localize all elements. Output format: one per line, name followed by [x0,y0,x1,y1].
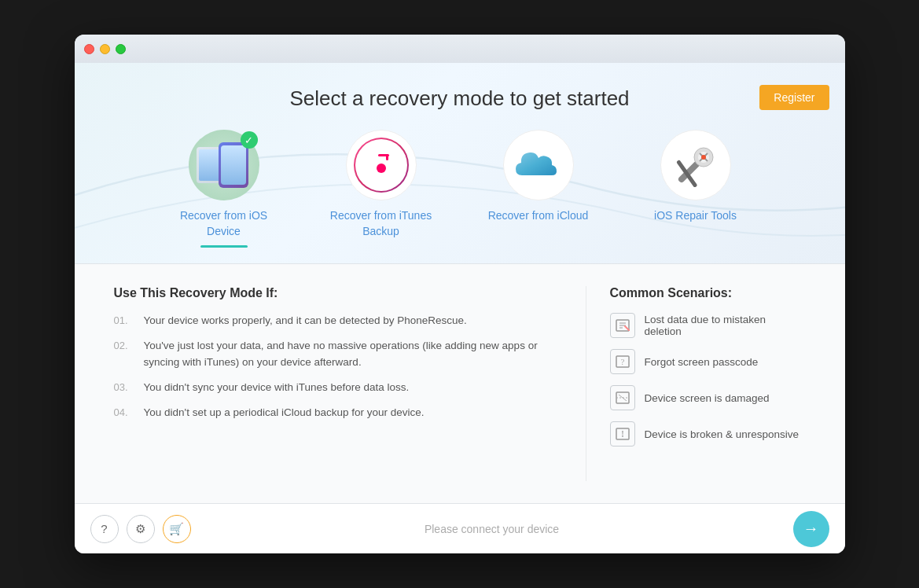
itunes-icon-wrapper [346,130,417,200]
list-item: 02. You've just lost your data, and have… [114,338,554,370]
list-text-1: Your device works properly, and it can b… [144,313,467,329]
settings-icon: ⚙ [135,522,145,536]
help-button[interactable]: ? [90,515,119,543]
svg-text:?: ? [620,357,624,366]
scenarios-title: Common Scenarios: [610,286,806,300]
tools-icon-wrapper [660,130,731,200]
icloud-icon-wrapper [503,130,574,200]
icloud-icon [513,145,564,185]
mode-ios-device[interactable]: ✓ Recover from iOS Device [169,130,279,248]
list-num-3: 03. [114,380,136,395]
tools-icon [670,140,721,191]
close-button[interactable] [84,44,94,54]
phone-shape [219,142,248,188]
cart-button[interactable]: 🛒 [163,515,191,543]
footer-status: Please connect your device [191,523,793,535]
scenario-text-2: Forgot screen passcode [645,356,759,368]
next-button[interactable]: → [793,511,829,547]
ios-device-label: Recover from iOS Device [169,208,279,239]
list-text-4: You didn't set up a periodical iCloud ba… [144,405,425,421]
list-item: 01. Your device works properly, and it c… [114,313,554,329]
scenario-text-3: Device screen is damaged [645,392,770,404]
svg-point-0 [377,164,386,173]
svg-text:!: ! [621,428,624,439]
footer: ? ⚙ 🛒 Please connect your device → [75,503,845,553]
scenario-item-3: Device screen is damaged [610,385,806,410]
page-title: Select a recovery mode to get started [90,86,829,111]
icloud-label: Recover from iCloud [488,208,589,224]
right-panel: Common Scenarios: Lost data due to mista… [586,286,806,481]
use-if-list: 01. Your device works properly, and it c… [114,313,554,421]
list-item: 03. You didn't sync your device with iTu… [114,380,554,395]
settings-button[interactable]: ⚙ [127,515,155,543]
modes-row: ✓ Recover from iOS Device Recover [90,130,829,248]
footer-icons: ? ⚙ 🛒 [90,515,191,543]
selected-check-icon: ✓ [241,131,258,149]
minimize-button[interactable] [100,44,110,54]
register-button[interactable]: Register [759,85,829,110]
list-num-1: 01. [114,313,136,329]
scenario-icon-4: ! [610,421,635,447]
left-panel: Use This Recovery Mode If: 01. Your devi… [114,286,554,481]
scenario-icon-3 [610,385,635,410]
use-if-title: Use This Recovery Mode If: [114,286,554,300]
scenario-icon-2: ? [610,349,635,374]
ios-repair-label: iOS Repair Tools [654,208,737,224]
ios-device-icon-wrapper: ✓ [189,130,259,200]
scenario-item-1: Lost data due to mistaken deletion [610,313,806,338]
list-text-2: You've just lost your data, and have no … [144,338,554,370]
active-indicator [200,245,248,248]
help-icon: ? [101,522,107,535]
list-num-2: 02. [114,338,136,370]
maximize-button[interactable] [116,44,126,54]
scenario-item-4: ! Device is broken & unresponsive [610,421,806,447]
mode-ios-repair[interactable]: iOS Repair Tools [641,130,751,248]
mode-icloud[interactable]: Recover from iCloud [483,130,594,248]
cart-icon: 🛒 [169,522,184,536]
content-area: Use This Recovery Mode If: 01. Your devi… [75,264,845,503]
list-num-4: 04. [114,405,136,421]
app-window: Select a recovery mode to get started Re… [75,35,845,553]
mode-itunes-backup[interactable]: Recover from iTunes Backup [326,130,436,248]
itunes-label: Recover from iTunes Backup [326,208,436,239]
itunes-icon [354,138,409,193]
header: Select a recovery mode to get started Re… [75,63,845,263]
title-bar [75,35,845,63]
traffic-lights [84,44,126,54]
scenario-item-2: ? Forgot screen passcode [610,349,806,374]
scenario-text-4: Device is broken & unresponsive [645,428,800,440]
next-icon: → [803,520,819,538]
svg-rect-2 [386,154,388,160]
scenario-text-1: Lost data due to mistaken deletion [645,314,806,337]
list-text-3: You didn't sync your device with iTunes … [144,380,410,395]
scenario-icon-1 [610,313,635,338]
svg-point-8 [701,155,706,160]
list-item: 04. You didn't set up a periodical iClou… [114,405,554,421]
